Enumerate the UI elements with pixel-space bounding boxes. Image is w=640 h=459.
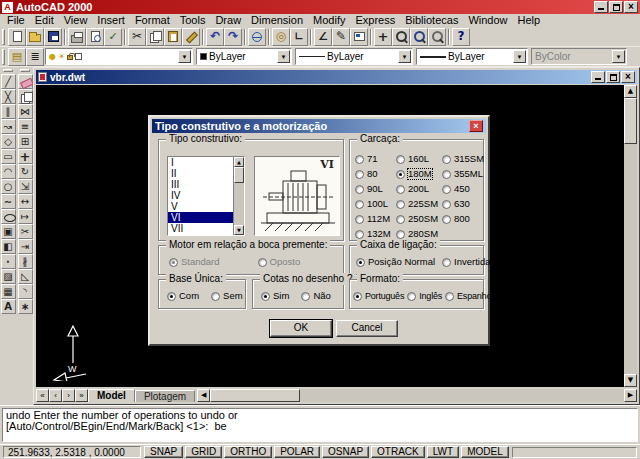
chamfer-icon[interactable] [18, 269, 33, 284]
tab-scroll-last-button[interactable]: » [75, 389, 88, 402]
erase-icon[interactable] [18, 74, 33, 89]
dialog-close-button[interactable]: × [469, 120, 483, 132]
radio-carcaca-315sm[interactable]: 315SM [442, 154, 484, 164]
move-icon[interactable] [18, 149, 33, 164]
tab-scroll-first-button[interactable]: « [36, 389, 49, 402]
radio-carcaca-71[interactable]: 71 [355, 154, 391, 164]
copy-icon[interactable] [146, 28, 164, 46]
radio-motor-oposto[interactable]: Oposto [258, 257, 301, 267]
offset-icon[interactable] [18, 119, 33, 134]
break-icon[interactable] [18, 254, 33, 269]
status-toggle-model[interactable]: MODEL [461, 446, 509, 458]
point-icon[interactable] [1, 254, 16, 269]
scroll-right-icon[interactable]: ▶ [624, 389, 637, 402]
stretch-icon[interactable] [18, 194, 33, 209]
construction-line-icon[interactable] [1, 89, 16, 104]
scroll-left-icon[interactable]: ◀ [197, 389, 210, 402]
status-toggle-polar[interactable]: POLAR [274, 446, 320, 458]
linetype-combo[interactable]: ByLayer ▼ [295, 48, 413, 65]
status-toggle-snap[interactable]: SNAP [144, 446, 183, 458]
radio-carcaca-630[interactable]: 630 [442, 199, 484, 209]
radio-carcaca-250sm[interactable]: 250SM [396, 214, 438, 224]
tipo-item-viii[interactable]: VIII [168, 234, 233, 235]
chevron-down-icon[interactable]: ▼ [513, 50, 526, 63]
scroll-up-icon[interactable]: ▲ [234, 157, 244, 167]
layer-combo[interactable]: ● ☀ ▼ [45, 48, 193, 65]
toolbar-grip[interactable] [2, 29, 5, 45]
radio-carcaca-80[interactable]: 80 [355, 169, 391, 179]
radio-cotas-n-o[interactable]: Não [301, 291, 330, 301]
scroll-up-icon[interactable]: ▲ [624, 85, 637, 98]
scroll-thumb[interactable] [234, 167, 244, 183]
circle-icon[interactable] [1, 179, 16, 194]
menu-item-tools[interactable]: Tools [175, 14, 211, 27]
rectangle-icon[interactable] [1, 149, 16, 164]
ok-button[interactable]: OK [270, 320, 332, 337]
new-icon[interactable] [8, 28, 26, 46]
menu-item-bibliotecas[interactable]: Bibliotecas [400, 14, 463, 27]
help-icon[interactable] [452, 28, 470, 46]
radio-carcaca-112m[interactable]: 112M [355, 214, 391, 224]
vertical-scrollbar[interactable]: ▲ ▼ [624, 85, 637, 387]
minimize-button[interactable] [594, 1, 608, 13]
radio-carcaca-200l[interactable]: 200L [396, 184, 438, 194]
zoom-previous-icon[interactable] [428, 28, 446, 46]
doc-restore-button[interactable] [606, 71, 620, 83]
menu-item-view[interactable]: View [59, 14, 93, 27]
match-properties-icon[interactable] [182, 28, 200, 46]
pan-realtime-icon[interactable] [374, 28, 392, 46]
explode-icon[interactable] [18, 299, 33, 314]
redo-icon[interactable] [224, 28, 242, 46]
object-snap-icon[interactable] [272, 28, 290, 46]
arc-icon[interactable] [1, 164, 16, 179]
dialog-title-bar[interactable]: Tipo construtivo e a motorização × [152, 119, 486, 133]
toolbar-grip[interactable] [3, 69, 13, 72]
polygon-icon[interactable] [1, 134, 16, 149]
radio-carcaca-132m[interactable]: 132M [355, 229, 391, 239]
save-icon[interactable] [44, 28, 62, 46]
ucs-icon[interactable] [290, 28, 308, 46]
status-toggle-otrack[interactable]: OTRACK [371, 446, 425, 458]
distance-icon[interactable] [314, 28, 332, 46]
radio-carcaca-100l[interactable]: 100L [355, 199, 391, 209]
menu-item-insert[interactable]: Insert [92, 14, 130, 27]
doc-minimize-button[interactable] [591, 71, 605, 83]
cut-icon[interactable] [128, 28, 146, 46]
status-toggle-lwt[interactable]: LWT [427, 446, 459, 458]
color-combo[interactable]: ByLayer ▼ [196, 48, 292, 65]
multiline-icon[interactable] [1, 104, 16, 119]
menu-item-express[interactable]: Express [350, 14, 400, 27]
tab-scroll-prev-button[interactable]: ‹ [49, 389, 62, 402]
scroll-track[interactable] [624, 144, 637, 374]
zoom-realtime-icon[interactable] [392, 28, 410, 46]
command-input-line[interactable] [6, 432, 634, 442]
ellipse-icon[interactable] [1, 209, 16, 224]
make-block-icon[interactable] [1, 239, 16, 254]
lengthen-icon[interactable] [18, 209, 33, 224]
aerial-view-icon[interactable] [350, 28, 368, 46]
listbox-scrollbar[interactable]: ▲ ▼ [233, 157, 244, 235]
radio-formato-espanhol[interactable]: Espanhol [445, 291, 493, 301]
polyline-icon[interactable] [1, 119, 16, 134]
fillet-icon[interactable] [18, 284, 33, 299]
region-icon[interactable] [1, 284, 16, 299]
tipo-item-i[interactable]: I [168, 157, 233, 168]
chevron-down-icon[interactable]: ▼ [277, 50, 290, 63]
lineweight-combo[interactable]: ByLayer ▼ [416, 48, 528, 65]
tipo-item-vi[interactable]: VI [168, 212, 233, 223]
toolbar-grip[interactable] [20, 69, 30, 72]
menu-item-file[interactable]: File [2, 14, 30, 27]
mtext-icon[interactable] [1, 299, 16, 314]
hatch-icon[interactable] [1, 269, 16, 284]
print-icon[interactable] [68, 28, 86, 46]
tipo-item-iv[interactable]: IV [168, 190, 233, 201]
close-button[interactable]: × [624, 1, 638, 13]
scroll-thumb[interactable] [210, 389, 300, 402]
menu-item-modify[interactable]: Modify [308, 14, 350, 27]
command-history[interactable]: undo Enter the number of operations to u… [2, 408, 638, 442]
horizontal-scrollbar[interactable]: ◀ ▶ [197, 389, 637, 402]
doc-close-button[interactable]: × [621, 71, 635, 83]
radio-caixa-posi-o-normal[interactable]: Posição Normal [356, 257, 435, 267]
undo-icon[interactable] [206, 28, 224, 46]
radio-motor-standard[interactable]: Standard [169, 257, 220, 267]
